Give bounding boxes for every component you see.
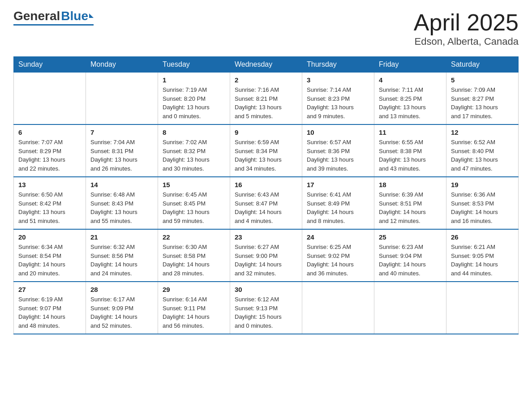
day-info: Sunrise: 6:21 AM Sunset: 9:05 PM Dayligh…: [451, 243, 514, 278]
calendar-cell: 22Sunrise: 6:30 AM Sunset: 8:58 PM Dayli…: [158, 229, 230, 282]
calendar-cell: 18Sunrise: 6:39 AM Sunset: 8:51 PM Dayli…: [374, 177, 446, 229]
day-number: 27: [18, 286, 81, 293]
logo-underline: [13, 24, 94, 26]
day-number: 20: [18, 233, 81, 241]
day-info: Sunrise: 6:55 AM Sunset: 8:38 PM Dayligh…: [379, 138, 442, 173]
day-number: 28: [90, 286, 153, 293]
day-info: Sunrise: 6:14 AM Sunset: 9:11 PM Dayligh…: [163, 295, 225, 330]
day-number: 21: [90, 233, 153, 241]
title-block: April 2025 Edson, Alberta, Canada: [414, 9, 519, 47]
day-number: 6: [18, 128, 81, 136]
logo-blue-text: Blue: [61, 9, 88, 23]
day-info: Sunrise: 7:09 AM Sunset: 8:27 PM Dayligh…: [451, 86, 514, 120]
day-number: 18: [379, 181, 442, 188]
day-number: 23: [235, 233, 297, 241]
day-number: 19: [451, 181, 514, 188]
calendar-cell: 17Sunrise: 6:41 AM Sunset: 8:49 PM Dayli…: [302, 177, 374, 229]
logo-general-text: General: [13, 9, 60, 23]
day-number: 15: [163, 181, 225, 188]
day-number: 30: [235, 286, 297, 293]
calendar-cell: 7Sunrise: 7:04 AM Sunset: 8:31 PM Daylig…: [86, 124, 158, 177]
calendar-cell: 28Sunrise: 6:17 AM Sunset: 9:09 PM Dayli…: [86, 282, 158, 334]
calendar-cell: 21Sunrise: 6:32 AM Sunset: 8:56 PM Dayli…: [86, 229, 158, 282]
location-subtitle: Edson, Alberta, Canada: [414, 36, 519, 47]
calendar-cell: [14, 73, 86, 125]
calendar-cell: 12Sunrise: 6:52 AM Sunset: 8:40 PM Dayli…: [446, 124, 519, 177]
column-header-wednesday: Wednesday: [230, 57, 302, 73]
day-info: Sunrise: 6:30 AM Sunset: 8:58 PM Dayligh…: [163, 243, 225, 278]
day-info: Sunrise: 6:52 AM Sunset: 8:40 PM Dayligh…: [451, 138, 514, 173]
day-info: Sunrise: 7:16 AM Sunset: 8:21 PM Dayligh…: [235, 86, 297, 120]
day-number: 10: [307, 128, 369, 136]
calendar-cell: 25Sunrise: 6:23 AM Sunset: 9:04 PM Dayli…: [374, 229, 446, 282]
day-number: 26: [451, 233, 514, 241]
day-info: Sunrise: 7:04 AM Sunset: 8:31 PM Dayligh…: [90, 138, 153, 173]
day-info: Sunrise: 7:14 AM Sunset: 8:23 PM Dayligh…: [307, 86, 369, 120]
column-header-thursday: Thursday: [302, 57, 374, 73]
day-number: 2: [235, 76, 297, 84]
day-info: Sunrise: 6:12 AM Sunset: 9:13 PM Dayligh…: [235, 295, 297, 330]
calendar-table: SundayMondayTuesdayWednesdayThursdayFrid…: [13, 56, 519, 334]
day-number: 9: [235, 128, 297, 136]
day-info: Sunrise: 7:19 AM Sunset: 8:20 PM Dayligh…: [163, 86, 225, 120]
week-row: 13Sunrise: 6:50 AM Sunset: 8:42 PM Dayli…: [14, 177, 519, 229]
day-info: Sunrise: 6:34 AM Sunset: 8:54 PM Dayligh…: [18, 243, 81, 278]
week-row: 6Sunrise: 7:07 AM Sunset: 8:29 PM Daylig…: [14, 124, 519, 177]
logo: General Blue: [13, 9, 94, 26]
day-number: 3: [307, 76, 369, 84]
day-info: Sunrise: 7:07 AM Sunset: 8:29 PM Dayligh…: [18, 138, 81, 173]
day-headers-row: SundayMondayTuesdayWednesdayThursdayFrid…: [14, 57, 519, 73]
calendar-cell: 5Sunrise: 7:09 AM Sunset: 8:27 PM Daylig…: [446, 73, 519, 125]
day-number: 17: [307, 181, 369, 188]
calendar-cell: [86, 73, 158, 125]
calendar-cell: 9Sunrise: 6:59 AM Sunset: 8:34 PM Daylig…: [230, 124, 302, 177]
calendar-cell: 24Sunrise: 6:25 AM Sunset: 9:02 PM Dayli…: [302, 229, 374, 282]
calendar-cell: [374, 282, 446, 334]
column-header-friday: Friday: [374, 57, 446, 73]
calendar-cell: 29Sunrise: 6:14 AM Sunset: 9:11 PM Dayli…: [158, 282, 230, 334]
day-info: Sunrise: 7:02 AM Sunset: 8:32 PM Dayligh…: [163, 138, 225, 173]
calendar-body: 1Sunrise: 7:19 AM Sunset: 8:20 PM Daylig…: [14, 73, 519, 334]
calendar-cell: 11Sunrise: 6:55 AM Sunset: 8:38 PM Dayli…: [374, 124, 446, 177]
logo-blue-part: Blue: [60, 9, 94, 23]
day-info: Sunrise: 6:17 AM Sunset: 9:09 PM Dayligh…: [90, 295, 153, 330]
day-number: 4: [379, 76, 442, 84]
calendar-cell: 27Sunrise: 6:19 AM Sunset: 9:07 PM Dayli…: [14, 282, 86, 334]
column-header-tuesday: Tuesday: [158, 57, 230, 73]
day-number: 24: [307, 233, 369, 241]
day-info: Sunrise: 6:23 AM Sunset: 9:04 PM Dayligh…: [379, 243, 442, 278]
logo-triangle-icon: [89, 13, 94, 18]
day-number: 1: [163, 76, 225, 84]
day-info: Sunrise: 6:48 AM Sunset: 8:43 PM Dayligh…: [90, 190, 153, 225]
column-header-saturday: Saturday: [446, 57, 519, 73]
day-info: Sunrise: 6:19 AM Sunset: 9:07 PM Dayligh…: [18, 295, 81, 330]
day-number: 5: [451, 76, 514, 84]
calendar-cell: 10Sunrise: 6:57 AM Sunset: 8:36 PM Dayli…: [302, 124, 374, 177]
day-number: 29: [163, 286, 225, 293]
calendar-cell: 23Sunrise: 6:27 AM Sunset: 9:00 PM Dayli…: [230, 229, 302, 282]
calendar-cell: 4Sunrise: 7:11 AM Sunset: 8:25 PM Daylig…: [374, 73, 446, 125]
calendar-cell: 26Sunrise: 6:21 AM Sunset: 9:05 PM Dayli…: [446, 229, 519, 282]
calendar-cell: 3Sunrise: 7:14 AM Sunset: 8:23 PM Daylig…: [302, 73, 374, 125]
day-info: Sunrise: 6:27 AM Sunset: 9:00 PM Dayligh…: [235, 243, 297, 278]
day-info: Sunrise: 6:32 AM Sunset: 8:56 PM Dayligh…: [90, 243, 153, 278]
day-number: 25: [379, 233, 442, 241]
calendar-cell: 15Sunrise: 6:45 AM Sunset: 8:45 PM Dayli…: [158, 177, 230, 229]
calendar-cell: 14Sunrise: 6:48 AM Sunset: 8:43 PM Dayli…: [86, 177, 158, 229]
day-number: 13: [18, 181, 81, 188]
calendar-cell: 8Sunrise: 7:02 AM Sunset: 8:32 PM Daylig…: [158, 124, 230, 177]
day-number: 12: [451, 128, 514, 136]
day-info: Sunrise: 6:50 AM Sunset: 8:42 PM Dayligh…: [18, 190, 81, 225]
week-row: 27Sunrise: 6:19 AM Sunset: 9:07 PM Dayli…: [14, 282, 519, 334]
day-info: Sunrise: 6:45 AM Sunset: 8:45 PM Dayligh…: [163, 190, 225, 225]
calendar-cell: 30Sunrise: 6:12 AM Sunset: 9:13 PM Dayli…: [230, 282, 302, 334]
column-header-sunday: Sunday: [14, 57, 86, 73]
calendar-cell: [446, 282, 519, 334]
week-row: 20Sunrise: 6:34 AM Sunset: 8:54 PM Dayli…: [14, 229, 519, 282]
day-info: Sunrise: 6:25 AM Sunset: 9:02 PM Dayligh…: [307, 243, 369, 278]
calendar-header: SundayMondayTuesdayWednesdayThursdayFrid…: [14, 57, 519, 73]
calendar-cell: 1Sunrise: 7:19 AM Sunset: 8:20 PM Daylig…: [158, 73, 230, 125]
calendar-cell: 6Sunrise: 7:07 AM Sunset: 8:29 PM Daylig…: [14, 124, 86, 177]
day-info: Sunrise: 6:41 AM Sunset: 8:49 PM Dayligh…: [307, 190, 369, 225]
day-number: 8: [163, 128, 225, 136]
